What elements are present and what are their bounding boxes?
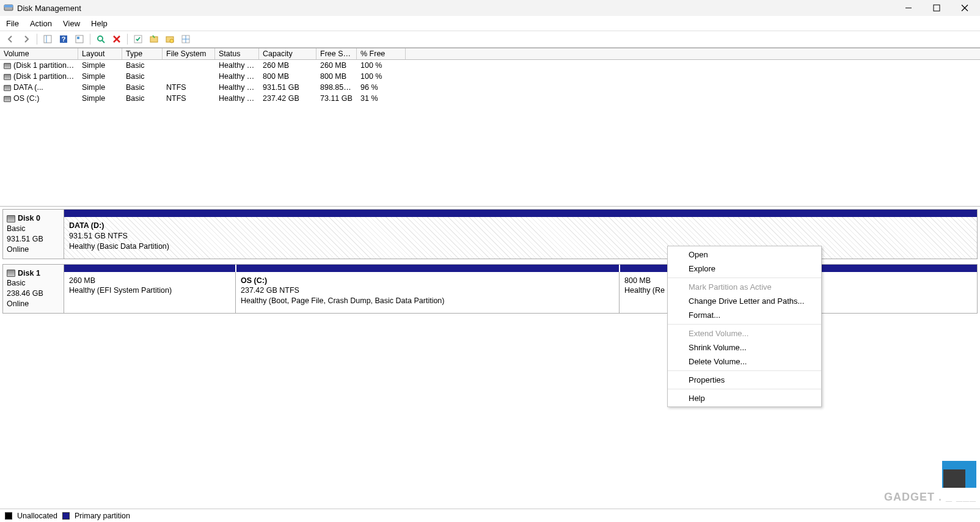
- partition-box[interactable]: 260 MBHealthy (EFI System Partition): [64, 272, 235, 314]
- volume-free: 260 MB: [316, 61, 357, 70]
- volume-status: Healthy (E...: [215, 61, 259, 70]
- menu-file[interactable]: File: [6, 19, 19, 28]
- volume-layout: Simple: [78, 83, 122, 92]
- volume-row[interactable]: OS (C:)SimpleBasicNTFSHealthy (B...237.4…: [0, 93, 980, 104]
- toolbar-separator: [127, 34, 128, 45]
- volume-capacity: 800 MB: [259, 72, 316, 81]
- disk-icon: [7, 270, 15, 277]
- delete-icon[interactable]: [110, 32, 123, 46]
- maximize-button[interactable]: [923, 0, 951, 16]
- col-freespace[interactable]: Free Sp...: [316, 48, 357, 59]
- volume-list[interactable]: (Disk 1 partition 1)SimpleBasicHealthy (…: [0, 60, 980, 207]
- titlebar: Disk Management: [0, 0, 980, 16]
- partition-size: 237.42 GB NTFS: [241, 286, 299, 295]
- disk-size: 238.46 GB: [7, 289, 43, 298]
- window-title: Disk Management: [17, 4, 81, 13]
- minimize-button[interactable]: [894, 0, 923, 16]
- svg-line-13: [102, 40, 104, 43]
- list-view-icon[interactable]: [179, 32, 192, 46]
- volume-icon: [4, 63, 11, 69]
- show-hide-tree-icon[interactable]: [41, 32, 54, 46]
- volume-icon: [4, 85, 11, 91]
- volume-row[interactable]: (Disk 1 partition 1)SimpleBasicHealthy (…: [0, 60, 980, 71]
- col-capacity[interactable]: Capacity: [259, 48, 316, 59]
- volume-free: 800 MB: [316, 72, 357, 81]
- refresh-icon[interactable]: [73, 32, 86, 46]
- legend: Unallocated Primary partition: [0, 509, 980, 522]
- col-layout[interactable]: Layout: [78, 48, 122, 59]
- disk-info[interactable]: Disk 0Basic931.51 GBOnline: [3, 210, 64, 259]
- action-icon[interactable]: [131, 32, 145, 46]
- ctx-separator: [668, 370, 821, 371]
- disk-name: Disk 0: [18, 214, 40, 222]
- volume-list-header: Volume Layout Type File System Status Ca…: [0, 48, 980, 60]
- disk-info[interactable]: Disk 1Basic238.46 GBOnline: [3, 265, 64, 314]
- partition-status: Healthy (EFI System Partition): [69, 286, 172, 295]
- disk-state: Online: [7, 245, 29, 254]
- volume-layout: Simple: [78, 94, 122, 103]
- disk-graphical-view: Disk 0Basic931.51 GBOnlineDATA (D:)931.5…: [0, 207, 980, 321]
- ctx-shrink[interactable]: Shrink Volume...: [668, 340, 821, 355]
- volume-name: OS (C:): [13, 94, 39, 103]
- ctx-explore[interactable]: Explore: [668, 262, 821, 276]
- partition-header-bar: [64, 210, 977, 217]
- menu-help[interactable]: Help: [91, 19, 108, 28]
- help-icon[interactable]: ?: [57, 32, 70, 46]
- volume-type: Basic: [122, 94, 163, 103]
- volume-type: Basic: [122, 61, 163, 70]
- ctx-open[interactable]: Open: [668, 248, 821, 262]
- col-filesystem[interactable]: File System: [163, 48, 215, 59]
- legend-unallocated-swatch: [5, 512, 12, 520]
- menu-action[interactable]: Action: [30, 19, 52, 28]
- col-type[interactable]: Type: [122, 48, 163, 59]
- toolbar-separator: [37, 34, 37, 45]
- folder-icon[interactable]: [147, 32, 161, 46]
- volume-status: Healthy (R...: [215, 72, 259, 81]
- volume-row[interactable]: (Disk 1 partition 4)SimpleBasicHealthy (…: [0, 71, 980, 82]
- volume-pct: 100 %: [357, 72, 406, 81]
- col-pctfree[interactable]: % Free: [357, 48, 406, 59]
- svg-rect-3: [934, 5, 940, 11]
- watermark-text: GADGET: [884, 491, 935, 503]
- volume-status: Healthy (B...: [215, 94, 259, 103]
- svg-text:?: ?: [62, 35, 66, 43]
- svg-point-19: [170, 39, 174, 43]
- ctx-mark-active: Mark Partition as Active: [668, 280, 821, 294]
- volume-pct: 100 %: [357, 61, 406, 70]
- volume-capacity: 260 MB: [259, 61, 316, 70]
- ctx-help[interactable]: Help: [668, 391, 821, 405]
- partition-size: 260 MB: [69, 276, 95, 285]
- volume-pct: 31 %: [357, 94, 406, 103]
- close-button[interactable]: [951, 0, 979, 16]
- volume-name: (Disk 1 partition 4): [13, 72, 75, 81]
- partition-box[interactable]: OS (C:)237.42 GB NTFSHealthy (Boot, Page…: [235, 272, 619, 314]
- ctx-delete[interactable]: Delete Volume...: [668, 355, 821, 369]
- back-button[interactable]: [4, 32, 17, 46]
- partition-title: DATA (D:): [69, 221, 104, 230]
- ctx-properties[interactable]: Properties: [668, 373, 821, 387]
- partition-status: Healthy (Basic Data Partition): [69, 242, 169, 251]
- legend-primary-swatch: [62, 512, 70, 520]
- col-status[interactable]: Status: [215, 48, 259, 59]
- col-volume[interactable]: Volume: [0, 48, 78, 59]
- volume-icon: [4, 96, 11, 102]
- partition-box[interactable]: DATA (D:)931.51 GB NTFSHealthy (Basic Da…: [64, 217, 977, 259]
- disk-panel: Disk 1Basic238.46 GBOnline260 MBHealthy …: [2, 264, 978, 314]
- toolbar-separator: [90, 34, 90, 45]
- volume-layout: Simple: [78, 72, 122, 81]
- ctx-change-letter[interactable]: Change Drive Letter and Paths...: [668, 294, 821, 308]
- forward-button[interactable]: [20, 32, 33, 46]
- volume-row[interactable]: DATA (...SimpleBasicNTFSHealthy (B...931…: [0, 82, 980, 93]
- volume-pct: 96 %: [357, 83, 406, 92]
- ctx-format[interactable]: Format...: [668, 308, 821, 322]
- rescan-icon[interactable]: [94, 32, 108, 46]
- menu-view[interactable]: View: [63, 19, 80, 28]
- volume-fs: NTFS: [163, 94, 215, 103]
- volume-type: Basic: [122, 72, 163, 81]
- volume-name: DATA (...: [13, 83, 43, 92]
- properties-icon[interactable]: [163, 32, 177, 46]
- disk-size: 931.51 GB: [7, 235, 43, 243]
- volume-type: Basic: [122, 83, 163, 92]
- disk-name: Disk 1: [18, 269, 40, 278]
- disk-icon: [7, 215, 15, 222]
